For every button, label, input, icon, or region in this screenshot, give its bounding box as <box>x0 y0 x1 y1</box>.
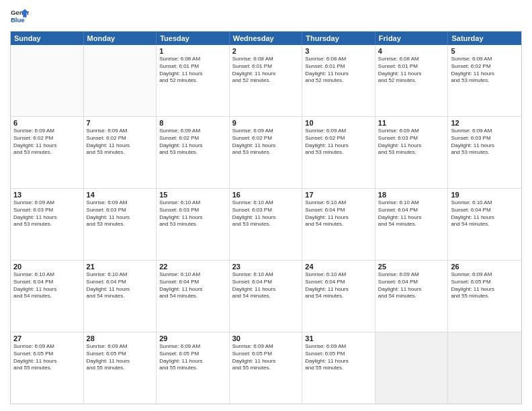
calendar-cell: 11Sunrise: 6:09 AMSunset: 6:03 PMDayligh… <box>375 117 449 188</box>
day-number: 3 <box>305 47 372 55</box>
day-number: 9 <box>232 119 300 127</box>
day-info: Sunrise: 6:09 AMSunset: 6:03 PMDaylight:… <box>87 199 154 228</box>
calendar-row: 20Sunrise: 6:10 AMSunset: 6:04 PMDayligh… <box>11 261 521 332</box>
calendar-row: 13Sunrise: 6:09 AMSunset: 6:03 PMDayligh… <box>11 189 521 261</box>
page: General Blue SundayMondayTuesdayWednesda… <box>0 0 532 411</box>
day-number: 17 <box>305 191 372 199</box>
day-number: 13 <box>13 191 81 199</box>
logo: General Blue <box>10 7 29 26</box>
day-info: Sunrise: 6:09 AMSunset: 6:02 PMDaylight:… <box>13 128 81 156</box>
calendar-row: 27Sunrise: 6:09 AMSunset: 6:05 PMDayligh… <box>11 332 521 404</box>
day-info: Sunrise: 6:10 AMSunset: 6:03 PMDaylight:… <box>159 199 226 228</box>
day-info: Sunrise: 6:09 AMSunset: 6:05 PMDaylight:… <box>159 343 226 372</box>
calendar-cell: 5Sunrise: 6:09 AMSunset: 6:02 PMDaylight… <box>448 45 521 116</box>
day-info: Sunrise: 6:09 AMSunset: 6:05 PMDaylight:… <box>87 343 154 372</box>
day-info: Sunrise: 6:09 AMSunset: 6:05 PMDaylight:… <box>13 343 81 372</box>
weekday-header: Saturday <box>448 32 521 45</box>
day-number: 31 <box>305 334 372 342</box>
day-number: 16 <box>232 191 300 199</box>
day-number: 20 <box>13 263 81 271</box>
day-info: Sunrise: 6:10 AMSunset: 6:04 PMDaylight:… <box>378 199 445 228</box>
calendar-cell: 30Sunrise: 6:09 AMSunset: 6:05 PMDayligh… <box>230 332 303 404</box>
day-info: Sunrise: 6:10 AMSunset: 6:04 PMDaylight:… <box>159 271 226 300</box>
day-info: Sunrise: 6:10 AMSunset: 6:04 PMDaylight:… <box>451 199 519 228</box>
calendar-cell: 6Sunrise: 6:09 AMSunset: 6:02 PMDaylight… <box>11 117 84 188</box>
calendar-cell: 29Sunrise: 6:09 AMSunset: 6:05 PMDayligh… <box>157 332 230 404</box>
svg-text:Blue: Blue <box>11 16 25 24</box>
calendar-cell <box>84 45 157 116</box>
weekday-header: Tuesday <box>157 32 230 45</box>
day-number: 30 <box>232 334 300 342</box>
day-info: Sunrise: 6:10 AMSunset: 6:04 PMDaylight:… <box>305 271 372 300</box>
day-number: 4 <box>378 47 445 55</box>
calendar-cell: 9Sunrise: 6:09 AMSunset: 6:02 PMDaylight… <box>230 117 303 188</box>
day-number: 12 <box>451 119 519 127</box>
day-number: 18 <box>378 191 445 199</box>
day-info: Sunrise: 6:09 AMSunset: 6:02 PMDaylight:… <box>159 128 226 156</box>
day-number: 19 <box>451 191 519 199</box>
calendar-cell: 14Sunrise: 6:09 AMSunset: 6:03 PMDayligh… <box>84 189 157 260</box>
day-info: Sunrise: 6:10 AMSunset: 6:04 PMDaylight:… <box>87 271 154 300</box>
calendar-cell: 28Sunrise: 6:09 AMSunset: 6:05 PMDayligh… <box>84 332 157 404</box>
calendar-body: 1Sunrise: 6:08 AMSunset: 6:01 PMDaylight… <box>11 45 521 404</box>
calendar-cell <box>448 332 521 404</box>
calendar-cell: 20Sunrise: 6:10 AMSunset: 6:04 PMDayligh… <box>11 261 84 332</box>
day-info: Sunrise: 6:08 AMSunset: 6:01 PMDaylight:… <box>159 56 226 85</box>
day-info: Sunrise: 6:08 AMSunset: 6:01 PMDaylight:… <box>305 56 372 85</box>
calendar-cell: 12Sunrise: 6:09 AMSunset: 6:03 PMDayligh… <box>448 117 521 188</box>
calendar-cell: 31Sunrise: 6:09 AMSunset: 6:05 PMDayligh… <box>302 332 375 404</box>
calendar-cell: 23Sunrise: 6:10 AMSunset: 6:04 PMDayligh… <box>230 261 303 332</box>
day-info: Sunrise: 6:10 AMSunset: 6:04 PMDaylight:… <box>232 271 300 300</box>
calendar-cell <box>11 45 84 116</box>
day-info: Sunrise: 6:08 AMSunset: 6:01 PMDaylight:… <box>378 56 445 85</box>
day-info: Sunrise: 6:09 AMSunset: 6:04 PMDaylight:… <box>378 271 445 300</box>
day-info: Sunrise: 6:09 AMSunset: 6:02 PMDaylight:… <box>232 128 300 156</box>
calendar-cell: 25Sunrise: 6:09 AMSunset: 6:04 PMDayligh… <box>375 261 449 332</box>
calendar-cell: 16Sunrise: 6:10 AMSunset: 6:03 PMDayligh… <box>230 189 303 260</box>
day-info: Sunrise: 6:10 AMSunset: 6:04 PMDaylight:… <box>305 199 372 228</box>
logo-icon: General Blue <box>10 7 29 26</box>
calendar-cell: 3Sunrise: 6:08 AMSunset: 6:01 PMDaylight… <box>302 45 375 116</box>
day-info: Sunrise: 6:09 AMSunset: 6:05 PMDaylight:… <box>451 271 519 300</box>
day-number: 11 <box>378 119 445 127</box>
day-number: 6 <box>13 119 81 127</box>
day-number: 29 <box>159 334 226 342</box>
day-number: 7 <box>87 119 154 127</box>
calendar-cell: 8Sunrise: 6:09 AMSunset: 6:02 PMDaylight… <box>157 117 230 188</box>
calendar: SundayMondayTuesdayWednesdayThursdayFrid… <box>10 31 522 404</box>
weekday-header: Wednesday <box>230 32 303 45</box>
day-info: Sunrise: 6:09 AMSunset: 6:02 PMDaylight:… <box>451 56 519 85</box>
calendar-cell <box>375 332 449 404</box>
calendar-cell: 13Sunrise: 6:09 AMSunset: 6:03 PMDayligh… <box>11 189 84 260</box>
day-number: 27 <box>13 334 81 342</box>
calendar-row: 6Sunrise: 6:09 AMSunset: 6:02 PMDaylight… <box>11 117 521 189</box>
calendar-cell: 21Sunrise: 6:10 AMSunset: 6:04 PMDayligh… <box>84 261 157 332</box>
day-number: 22 <box>159 263 226 271</box>
calendar-cell: 24Sunrise: 6:10 AMSunset: 6:04 PMDayligh… <box>302 261 375 332</box>
day-info: Sunrise: 6:09 AMSunset: 6:05 PMDaylight:… <box>232 343 300 372</box>
day-info: Sunrise: 6:08 AMSunset: 6:01 PMDaylight:… <box>232 56 300 85</box>
day-number: 10 <box>305 119 372 127</box>
day-info: Sunrise: 6:09 AMSunset: 6:05 PMDaylight:… <box>305 343 372 372</box>
calendar-cell: 4Sunrise: 6:08 AMSunset: 6:01 PMDaylight… <box>375 45 449 116</box>
day-number: 15 <box>159 191 226 199</box>
day-info: Sunrise: 6:10 AMSunset: 6:03 PMDaylight:… <box>232 199 300 228</box>
weekday-header: Monday <box>84 32 157 45</box>
calendar-row: 1Sunrise: 6:08 AMSunset: 6:01 PMDaylight… <box>11 45 521 117</box>
day-info: Sunrise: 6:09 AMSunset: 6:02 PMDaylight:… <box>305 128 372 156</box>
weekday-header: Sunday <box>11 32 84 45</box>
day-number: 28 <box>87 334 154 342</box>
calendar-cell: 26Sunrise: 6:09 AMSunset: 6:05 PMDayligh… <box>448 261 521 332</box>
day-number: 8 <box>159 119 226 127</box>
day-number: 26 <box>451 263 519 271</box>
day-number: 23 <box>232 263 300 271</box>
calendar-cell: 27Sunrise: 6:09 AMSunset: 6:05 PMDayligh… <box>11 332 84 404</box>
day-info: Sunrise: 6:09 AMSunset: 6:03 PMDaylight:… <box>13 199 81 228</box>
day-number: 1 <box>159 47 226 55</box>
calendar-header: SundayMondayTuesdayWednesdayThursdayFrid… <box>11 32 521 45</box>
calendar-cell: 15Sunrise: 6:10 AMSunset: 6:03 PMDayligh… <box>157 189 230 260</box>
calendar-cell: 19Sunrise: 6:10 AMSunset: 6:04 PMDayligh… <box>448 189 521 260</box>
calendar-cell: 7Sunrise: 6:09 AMSunset: 6:02 PMDaylight… <box>84 117 157 188</box>
day-number: 14 <box>87 191 154 199</box>
day-info: Sunrise: 6:10 AMSunset: 6:04 PMDaylight:… <box>13 271 81 300</box>
